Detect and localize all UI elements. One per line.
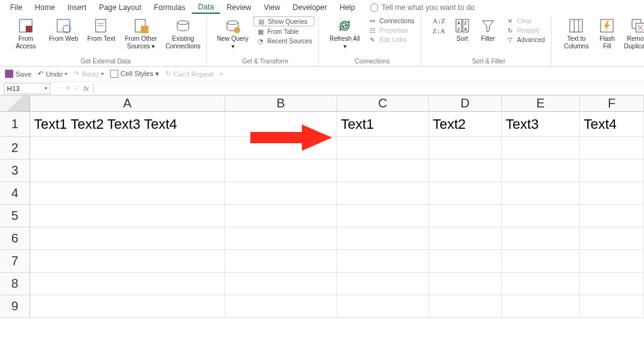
show-queries-button[interactable]: ▤Show Queries	[253, 16, 314, 26]
cell-B9[interactable]	[225, 295, 337, 318]
cell-A3[interactable]	[30, 160, 225, 182]
cell-C4[interactable]	[337, 182, 429, 205]
save-button[interactable]: Save	[5, 70, 31, 78]
cell-E8[interactable]	[502, 273, 580, 295]
cell-C3[interactable]	[337, 160, 429, 182]
flash-fill-button[interactable]: Flash Fill	[596, 16, 618, 50]
filter-button[interactable]: Filter	[477, 16, 499, 43]
cell-E1[interactable]: Text3	[502, 112, 580, 137]
cell-D4[interactable]	[429, 182, 502, 205]
cell-C8[interactable]	[337, 273, 429, 295]
new-query-button[interactable]: New Query ▾	[216, 16, 250, 50]
reapply-button[interactable]: ↻Reapply	[503, 26, 547, 35]
cell-F5[interactable]	[580, 205, 644, 227]
cell-B1[interactable]	[225, 112, 337, 137]
col-header-D[interactable]: D	[429, 95, 502, 112]
tab-insert[interactable]: Insert	[61, 2, 92, 13]
cell-D6[interactable]	[429, 227, 502, 250]
row-header-1[interactable]: 1	[0, 112, 30, 137]
cell-F4[interactable]	[580, 182, 644, 205]
cell-A8[interactable]	[30, 273, 225, 295]
formula-bar-input[interactable]	[93, 83, 644, 94]
cant-repeat-button[interactable]: ↻Can't Repeat	[165, 70, 214, 78]
properties-button[interactable]: ☷Properties	[365, 26, 417, 35]
row-header-6[interactable]: 6	[0, 227, 30, 250]
cell-D8[interactable]	[429, 273, 502, 295]
col-header-A[interactable]: A	[30, 95, 225, 112]
row-header-7[interactable]: 7	[0, 250, 30, 273]
col-header-B[interactable]: B	[225, 95, 337, 112]
cell-A2[interactable]	[30, 137, 225, 160]
existing-connections-button[interactable]: Existing Connections	[164, 16, 203, 50]
cell-F2[interactable]	[580, 137, 644, 160]
tell-me-search[interactable]: Tell me what you want to do	[370, 3, 475, 12]
cell-C1[interactable]: Text1	[337, 112, 429, 137]
row-header-4[interactable]: 4	[0, 182, 30, 205]
cell-C9[interactable]	[337, 295, 429, 318]
from-access-button[interactable]: From Access	[9, 16, 43, 50]
col-header-C[interactable]: C	[337, 95, 429, 112]
cell-B2[interactable]	[225, 137, 337, 160]
redo-button[interactable]: ↷Redo▾	[74, 70, 103, 78]
cell-E7[interactable]	[502, 250, 580, 273]
cell-B3[interactable]	[225, 160, 337, 182]
sort-asc-button[interactable]: A↓Z	[430, 16, 448, 25]
cell-styles-button[interactable]: Cell Styles ▾	[110, 70, 159, 78]
cell-E3[interactable]	[502, 160, 580, 182]
cell-A6[interactable]	[30, 227, 225, 250]
tab-file[interactable]: File	[4, 2, 28, 13]
cell-A4[interactable]	[30, 182, 225, 205]
cell-F7[interactable]	[580, 250, 644, 273]
cell-C6[interactable]	[337, 227, 429, 250]
cell-C7[interactable]	[337, 250, 429, 273]
col-header-E[interactable]: E	[502, 95, 580, 112]
sort-desc-button[interactable]: Z↓A	[430, 26, 448, 35]
tab-developer[interactable]: Developer	[286, 2, 333, 13]
cell-B5[interactable]	[225, 205, 337, 227]
cell-D2[interactable]	[429, 137, 502, 160]
sort-dialog-button[interactable]: AZZA Sort	[452, 16, 473, 43]
from-text-button[interactable]: From Text	[84, 16, 118, 43]
cell-D1[interactable]: Text2	[429, 112, 502, 137]
cell-B7[interactable]	[225, 250, 337, 273]
cell-E4[interactable]	[502, 182, 580, 205]
cell-C5[interactable]	[337, 205, 429, 227]
cell-A7[interactable]	[30, 250, 225, 273]
tab-data[interactable]: Data	[192, 1, 220, 14]
tab-review[interactable]: Review	[220, 2, 257, 13]
cell-F6[interactable]	[580, 227, 644, 250]
tab-formulas[interactable]: Formulas	[148, 2, 192, 13]
cell-F1[interactable]: Text4	[580, 112, 644, 137]
remove-duplicates-button[interactable]: Remove Duplicates	[622, 16, 644, 50]
qat-customize-icon[interactable]: ▾	[220, 71, 223, 77]
select-all-corner[interactable]	[0, 95, 30, 112]
row-header-9[interactable]: 9	[0, 295, 30, 318]
row-header-8[interactable]: 8	[0, 273, 30, 295]
cell-F8[interactable]	[580, 273, 644, 295]
from-other-sources-button[interactable]: From Other Sources ▾	[122, 16, 160, 50]
fx-icon[interactable]: fx	[84, 85, 89, 92]
advanced-filter-button[interactable]: ▽Advanced	[503, 35, 547, 44]
recent-sources-button[interactable]: ◔Recent Sources	[253, 36, 314, 45]
enter-formula-icon[interactable]: ✓	[74, 84, 80, 92]
tab-page-layout[interactable]: Page Layout	[92, 2, 147, 13]
row-header-5[interactable]: 5	[0, 205, 30, 227]
cell-E5[interactable]	[502, 205, 580, 227]
row-header-2[interactable]: 2	[0, 137, 30, 160]
clear-filter-button[interactable]: ✕Clear	[503, 16, 547, 25]
cell-F3[interactable]	[580, 160, 644, 182]
cell-B6[interactable]	[225, 227, 337, 250]
text-to-columns-button[interactable]: Text to Columns	[560, 16, 592, 50]
cell-B8[interactable]	[225, 273, 337, 295]
tab-help[interactable]: Help	[333, 2, 362, 13]
col-header-F[interactable]: F	[580, 95, 644, 112]
cell-E9[interactable]	[502, 295, 580, 318]
edit-links-button[interactable]: ✎Edit Links	[365, 35, 417, 44]
cell-D7[interactable]	[429, 250, 502, 273]
name-box[interactable]: H13 ▾	[4, 83, 50, 94]
undo-button[interactable]: ↶Undo▾	[38, 70, 67, 78]
tab-home[interactable]: Home	[28, 2, 61, 13]
cell-F9[interactable]	[580, 295, 644, 318]
cell-A5[interactable]	[30, 205, 225, 227]
tab-view[interactable]: View	[258, 2, 287, 13]
